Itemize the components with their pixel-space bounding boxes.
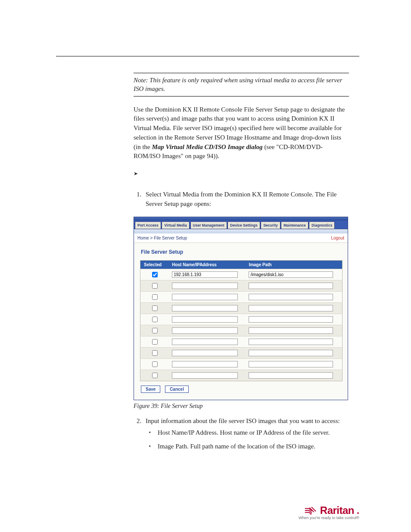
image-path-input[interactable] xyxy=(249,271,333,278)
note-box: Note: This feature is only required when… xyxy=(134,73,349,96)
table-row xyxy=(140,302,342,314)
table-row xyxy=(140,314,342,325)
bullet-path: Image Path. Full path name of the locati… xyxy=(158,442,349,451)
table-row xyxy=(140,291,342,302)
th-selected: Selected xyxy=(140,260,169,269)
row-selected-checkbox[interactable] xyxy=(152,272,158,277)
tab-port-access[interactable]: Port Access xyxy=(135,221,161,229)
brand-name: Raritan xyxy=(320,504,354,516)
host-input[interactable] xyxy=(172,372,237,379)
host-input[interactable] xyxy=(172,316,237,323)
steps-list-2: Input information about the file server … xyxy=(134,417,349,451)
host-input[interactable] xyxy=(172,305,237,311)
table-row xyxy=(140,280,342,291)
crumb-sep: > xyxy=(149,236,154,240)
image-path-input[interactable] xyxy=(249,283,333,289)
intro-bold: Map Virtual Media CD/ISO Image dialog xyxy=(152,143,263,150)
step-1: Select Virtual Media from the Dominion K… xyxy=(143,190,349,209)
row-selected-checkbox[interactable] xyxy=(152,361,158,367)
step2-bullets: Host Name/IP Address. Host name or IP Ad… xyxy=(146,428,349,451)
image-path-input[interactable] xyxy=(249,294,333,300)
tab-security[interactable]: Security xyxy=(261,221,280,229)
row-selected-checkbox[interactable] xyxy=(152,328,158,333)
breadcrumb: Home > File Server Setup Logout xyxy=(134,233,348,243)
file-server-table: Selected Host Name/IPAddress Image Path xyxy=(140,260,342,381)
image-path-input[interactable] xyxy=(249,305,333,311)
row-selected-checkbox[interactable] xyxy=(152,283,158,289)
row-selected-checkbox[interactable] xyxy=(152,373,158,378)
image-path-input[interactable] xyxy=(249,339,333,345)
cancel-button[interactable]: Cancel xyxy=(165,386,189,393)
host-input[interactable] xyxy=(172,327,237,334)
figure-caption: Figure 39: File Server Setup xyxy=(134,403,349,410)
table-row xyxy=(140,370,342,381)
table-row xyxy=(140,269,342,280)
step-2: Input information about the file server … xyxy=(143,417,349,451)
host-input[interactable] xyxy=(172,271,237,278)
tab-virtual-media[interactable]: Virtual Media xyxy=(162,221,190,229)
host-input[interactable] xyxy=(172,350,237,356)
app-tabstrip: Port Access Virtual Media User Managemen… xyxy=(134,221,348,229)
row-selected-checkbox[interactable] xyxy=(152,294,158,300)
steps-list: Select Virtual Media from the Dominion K… xyxy=(134,190,349,209)
row-selected-checkbox[interactable] xyxy=(152,339,158,345)
bullet-host: Host Name/IP Address. Host name or IP Ad… xyxy=(158,428,349,438)
tab-diagnostics[interactable]: Diagnostics xyxy=(309,221,335,229)
tab-user-management[interactable]: User Management xyxy=(190,221,227,229)
note-text: Note: This feature is only required when… xyxy=(134,77,342,92)
th-host: Host Name/IPAddress xyxy=(168,260,245,269)
row-selected-checkbox[interactable] xyxy=(152,350,158,356)
table-row xyxy=(140,358,342,370)
intro-paragraph: Use the Dominion KX II Remote Console Fi… xyxy=(134,105,349,162)
procedure-marker: ➤ xyxy=(134,171,349,177)
save-button[interactable]: Save xyxy=(141,386,160,393)
table-row xyxy=(140,325,342,336)
table-row xyxy=(140,336,342,347)
row-selected-checkbox[interactable] xyxy=(152,305,158,311)
app-blueband xyxy=(134,229,348,233)
crumb-page: File Server Setup xyxy=(154,236,187,240)
host-input[interactable] xyxy=(172,339,237,345)
image-path-input[interactable] xyxy=(249,372,333,379)
host-input[interactable] xyxy=(172,294,237,300)
host-input[interactable] xyxy=(172,361,237,367)
host-input[interactable] xyxy=(172,283,237,289)
table-row xyxy=(140,347,342,358)
app-titlebar xyxy=(134,217,348,221)
image-path-input[interactable] xyxy=(249,327,333,334)
logout-link[interactable]: Logout xyxy=(331,236,344,240)
image-path-input[interactable] xyxy=(249,350,333,356)
image-path-input[interactable] xyxy=(249,361,333,367)
brand-logo-icon xyxy=(305,506,318,515)
header-rule xyxy=(56,56,359,56)
th-path: Image Path xyxy=(245,260,342,269)
app-screenshot: Port Access Virtual Media User Managemen… xyxy=(134,217,348,400)
brand-dot: . xyxy=(357,505,359,516)
image-path-input[interactable] xyxy=(249,316,333,323)
brand-tagline: When you're ready to take control® xyxy=(299,516,359,520)
app-heading: File Server Setup xyxy=(141,249,342,255)
brand-footer: Raritan. When you're ready to take contr… xyxy=(299,504,359,520)
tab-maintenance[interactable]: Maintenance xyxy=(281,221,308,229)
row-selected-checkbox[interactable] xyxy=(152,317,158,322)
crumb-home[interactable]: Home xyxy=(137,236,149,240)
tab-device-settings[interactable]: Device Settings xyxy=(227,221,260,229)
